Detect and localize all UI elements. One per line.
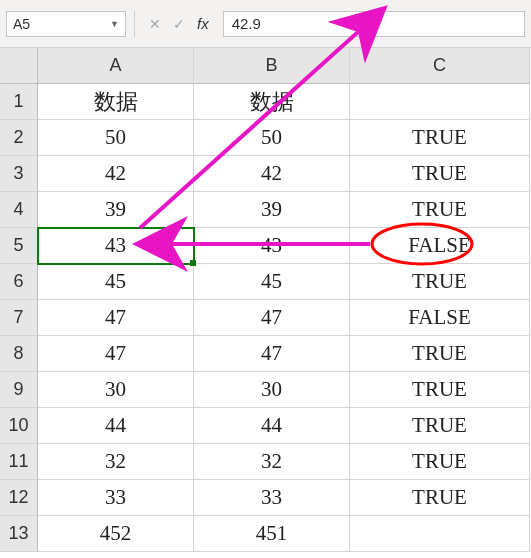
divider — [134, 11, 135, 37]
col-header-A[interactable]: A — [38, 48, 194, 84]
cell-A7[interactable]: 47 — [38, 300, 194, 336]
cell-B13[interactable]: 451 — [194, 516, 350, 552]
row-header-9[interactable]: 9 — [0, 372, 38, 408]
cell-A8[interactable]: 47 — [38, 336, 194, 372]
cell-C5[interactable]: FALSE — [350, 228, 530, 264]
cell-A5[interactable]: 43 — [38, 228, 194, 264]
cell-B4[interactable]: 39 — [194, 192, 350, 228]
row-header-6[interactable]: 6 — [0, 264, 38, 300]
chevron-down-icon[interactable]: ▼ — [110, 19, 119, 29]
formula-actions: ✕ ✓ fx — [143, 15, 215, 32]
cell-B9[interactable]: 30 — [194, 372, 350, 408]
cell-A6[interactable]: 45 — [38, 264, 194, 300]
cell-C1[interactable] — [350, 84, 530, 120]
cell-C7[interactable]: FALSE — [350, 300, 530, 336]
cell-B6[interactable]: 45 — [194, 264, 350, 300]
row-header-8[interactable]: 8 — [0, 336, 38, 372]
cell-A13[interactable]: 452 — [38, 516, 194, 552]
cell-A9[interactable]: 30 — [38, 372, 194, 408]
col-header-C[interactable]: C — [350, 48, 530, 84]
spreadsheet-grid[interactable]: A B C 1 数据 数据 2 50 50 TRUE 3 42 42 TRUE … — [0, 48, 531, 552]
cell-C11[interactable]: TRUE — [350, 444, 530, 480]
cell-B8[interactable]: 47 — [194, 336, 350, 372]
row-header-13[interactable]: 13 — [0, 516, 38, 552]
col-header-B[interactable]: B — [194, 48, 350, 84]
row-header-10[interactable]: 10 — [0, 408, 38, 444]
cell-C9[interactable]: TRUE — [350, 372, 530, 408]
row-header-4[interactable]: 4 — [0, 192, 38, 228]
row-header-11[interactable]: 11 — [0, 444, 38, 480]
cell-C6[interactable]: TRUE — [350, 264, 530, 300]
row-header-2[interactable]: 2 — [0, 120, 38, 156]
cell-A1[interactable]: 数据 — [38, 84, 194, 120]
row-header-7[interactable]: 7 — [0, 300, 38, 336]
row-header-1[interactable]: 1 — [0, 84, 38, 120]
cell-B12[interactable]: 33 — [194, 480, 350, 516]
check-icon[interactable]: ✓ — [173, 16, 185, 32]
cell-A4[interactable]: 39 — [38, 192, 194, 228]
cell-B7[interactable]: 47 — [194, 300, 350, 336]
cell-A10[interactable]: 44 — [38, 408, 194, 444]
cell-C4[interactable]: TRUE — [350, 192, 530, 228]
cancel-icon[interactable]: ✕ — [149, 16, 161, 32]
cell-B10[interactable]: 44 — [194, 408, 350, 444]
cell-C12[interactable]: TRUE — [350, 480, 530, 516]
row-header-12[interactable]: 12 — [0, 480, 38, 516]
cell-C8[interactable]: TRUE — [350, 336, 530, 372]
cell-C13[interactable] — [350, 516, 530, 552]
cell-A11[interactable]: 32 — [38, 444, 194, 480]
formula-bar: A5 ▼ ✕ ✓ fx 42.9 — [0, 0, 531, 48]
fx-icon[interactable]: fx — [197, 15, 209, 32]
name-box-value: A5 — [13, 16, 30, 32]
formula-input-value: 42.9 — [232, 15, 261, 32]
name-box[interactable]: A5 ▼ — [6, 11, 126, 37]
cell-A2[interactable]: 50 — [38, 120, 194, 156]
row-header-3[interactable]: 3 — [0, 156, 38, 192]
cell-B5[interactable]: 43 — [194, 228, 350, 264]
cell-B2[interactable]: 50 — [194, 120, 350, 156]
cell-A12[interactable]: 33 — [38, 480, 194, 516]
cell-A3[interactable]: 42 — [38, 156, 194, 192]
cell-C3[interactable]: TRUE — [350, 156, 530, 192]
formula-input[interactable]: 42.9 — [223, 11, 525, 37]
cell-B11[interactable]: 32 — [194, 444, 350, 480]
row-header-5[interactable]: 5 — [0, 228, 38, 264]
cell-B1[interactable]: 数据 — [194, 84, 350, 120]
select-all-corner[interactable] — [0, 48, 38, 84]
cell-B3[interactable]: 42 — [194, 156, 350, 192]
cell-C2[interactable]: TRUE — [350, 120, 530, 156]
cell-C10[interactable]: TRUE — [350, 408, 530, 444]
